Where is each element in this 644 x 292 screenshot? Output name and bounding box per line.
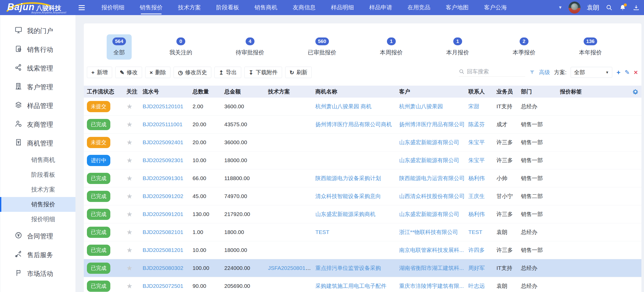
star-icon[interactable]: ★: [126, 282, 132, 290]
sidebar-subitem[interactable]: 销售商机: [0, 153, 75, 167]
serial-number-link[interactable]: BJD2025080302: [143, 265, 183, 271]
topmenu-item[interactable]: 样品明细: [331, 0, 354, 15]
stat-tab[interactable]: 560已审批报价: [302, 34, 342, 60]
serial-number-link[interactable]: BJD2025082101: [143, 229, 183, 235]
topmenu-item[interactable]: 销售报价: [140, 0, 163, 15]
customer-link[interactable]: 重庆市涪陵博宇建筑有限...: [399, 283, 464, 289]
serial-number-link[interactable]: BJD2025120101: [143, 103, 183, 109]
customer-link[interactable]: 山东盛宏新能源有限公司: [399, 211, 459, 217]
topmenu-item[interactable]: 样品申请: [369, 0, 392, 15]
sidebar-subitem[interactable]: 阶段看板: [0, 167, 75, 182]
stat-tab[interactable]: 1本周报价: [374, 34, 409, 60]
serial-number-link[interactable]: BJD2025091202: [143, 193, 183, 199]
topmenu-item[interactable]: 技术方案: [178, 0, 201, 15]
topmenu-item[interactable]: 友商信息: [293, 0, 316, 15]
table-row[interactable]: 已完成 ★ BJD2025081201 10.00 18000.00 南京电联管…: [84, 241, 641, 259]
customer-link[interactable]: 浙江**物联科技有限公司: [399, 229, 458, 235]
contact-link[interactable]: 周好军: [468, 265, 485, 271]
stat-tab[interactable]: 564全部: [107, 34, 132, 60]
table-row[interactable]: 已完成 ★ BJD2025091301 66.00 118800.00 陕西能源…: [84, 169, 641, 187]
topmenu-item[interactable]: 销售商机: [254, 0, 277, 15]
table-row[interactable]: 已完成 ★ BJD2025091202 45.00 74970.00 清众科技智…: [84, 187, 641, 205]
sidebar-item[interactable]: 友商管理: [0, 115, 75, 134]
stat-tab[interactable]: 136本年报价: [573, 34, 608, 60]
star-icon[interactable]: ★: [126, 228, 132, 236]
contact-link[interactable]: 叶志远: [468, 283, 485, 289]
serial-number-link[interactable]: BJD2025091301: [143, 175, 183, 181]
opportunity-link[interactable]: 陕西能源电力设备采购计划: [315, 175, 381, 181]
search-input[interactable]: [467, 68, 519, 75]
opportunity-link[interactable]: TEST: [315, 229, 329, 235]
sidebar-subitem[interactable]: 技术方案: [0, 182, 75, 197]
opportunity-link[interactable]: 山东盛宏新能源采购商机: [315, 211, 375, 217]
star-icon[interactable]: ★: [126, 264, 132, 272]
topmenu-item[interactable]: 客户公海: [484, 0, 507, 15]
opportunity-link[interactable]: 重点排污单位监管设备采购: [315, 265, 381, 271]
table-row[interactable]: 已完成 ★ BJD2025072501 90.00 205690.00 采购建筑…: [84, 277, 641, 292]
opportunity-link[interactable]: 杭州萧山八骏果园 商机: [315, 103, 372, 109]
contact-link[interactable]: 朱宝平: [468, 139, 485, 145]
customer-link[interactable]: 山西清众科技股份有限公司: [399, 193, 465, 199]
customer-link[interactable]: 扬州博洋医疗用品有限公司: [399, 121, 465, 127]
contact-link[interactable]: 杨利伟: [468, 175, 485, 181]
contact-link[interactable]: TEST: [468, 229, 482, 235]
toolbar-button[interactable]: ↥导出: [214, 67, 241, 78]
toolbar-button[interactable]: ↧下载附件: [244, 67, 282, 78]
user-avatar[interactable]: [569, 2, 581, 14]
stat-tab[interactable]: 1本月报价: [441, 34, 475, 60]
advanced-search-link[interactable]: 高级: [539, 69, 550, 76]
star-icon[interactable]: ★: [126, 192, 132, 200]
star-icon[interactable]: ★: [126, 210, 132, 218]
opportunity-link[interactable]: 扬州博洋医疗用品有限公司商机: [315, 121, 392, 127]
contact-link[interactable]: 王庆生: [468, 193, 485, 199]
sidebar-item[interactable]: 商机管理: [0, 134, 75, 153]
contact-link[interactable]: 陈孟芬: [468, 121, 485, 127]
toolbar-button[interactable]: ◷修改历史: [174, 67, 211, 78]
contact-link[interactable]: 朱宝平: [468, 157, 485, 163]
serial-number-link[interactable]: BJD2025072501: [143, 283, 183, 289]
sidebar-item[interactable]: 客户管理: [0, 78, 75, 96]
sidebar-subitem[interactable]: 销售报价: [0, 197, 75, 212]
toolbar-button[interactable]: ×删除: [145, 67, 170, 78]
download-icon[interactable]: [633, 4, 640, 11]
customer-link[interactable]: 陕西能源电力运营有限公司: [399, 175, 465, 181]
star-icon[interactable]: ★: [126, 103, 132, 110]
star-icon[interactable]: ★: [126, 246, 132, 254]
serial-number-link[interactable]: BJD2025081201: [143, 247, 183, 253]
toolbar-button[interactable]: +新增: [87, 67, 112, 78]
table-row[interactable]: 未提交 ★ BJD2025120101 2.00 3600.00 杭州萧山八骏果…: [84, 98, 641, 116]
table-row[interactable]: 未提交 ★ BJD2025092401 20.00 36000.00 山东盛宏新…: [84, 134, 641, 151]
serial-number-link[interactable]: BJD2025092301: [143, 157, 183, 163]
notification-bell-icon[interactable]: [619, 4, 626, 11]
opportunity-link[interactable]: 清众科技智能设备采购意向: [315, 193, 381, 199]
topmenu-item[interactable]: 客户地图: [446, 0, 469, 15]
add-scheme-button[interactable]: +: [616, 69, 620, 76]
contact-link[interactable]: 许四多: [468, 247, 485, 253]
sidebar-item[interactable]: 线索管理: [0, 59, 75, 78]
star-icon[interactable]: ★: [126, 138, 132, 146]
column-settings-gear-icon[interactable]: [632, 88, 639, 95]
stat-tab[interactable]: 0我关注的: [164, 34, 198, 60]
serial-number-link[interactable]: BJD2025091201: [143, 211, 183, 217]
table-row[interactable]: 已完成 ★ BJD2025111001 20.00 43575.00 扬州博洋医…: [84, 116, 641, 134]
customer-link[interactable]: 南京电联管家科技发展科...: [399, 247, 464, 253]
sidebar-subitem[interactable]: 报价明细: [0, 212, 75, 227]
scheme-select[interactable]: 全部 ▼: [571, 67, 612, 78]
customer-link[interactable]: 山东盛宏新能源有限公司: [399, 157, 459, 163]
sidebar-item[interactable]: 市场活动: [0, 264, 75, 283]
star-icon[interactable]: ★: [126, 174, 132, 182]
stat-tab[interactable]: 2本季报价: [507, 34, 541, 60]
topmenu-item[interactable]: 报价明细: [101, 0, 124, 15]
tech-plan-link[interactable]: JSFA20250801006: [268, 265, 312, 271]
star-icon[interactable]: ★: [126, 120, 132, 128]
menu-overflow-caret-icon[interactable]: ▼: [558, 5, 562, 10]
toolbar-button[interactable]: ↻刷新: [285, 67, 312, 78]
search-icon[interactable]: [605, 4, 613, 11]
contact-link[interactable]: 宋甜: [468, 103, 479, 109]
customer-link[interactable]: 湖南省衡阳市湖工建筑科...: [399, 265, 464, 271]
topmenu-item[interactable]: 阶段看板: [216, 0, 239, 15]
edit-scheme-button[interactable]: ✎: [625, 69, 630, 75]
stat-tab[interactable]: 4待审批报价: [230, 34, 270, 60]
delete-scheme-button[interactable]: ×: [634, 69, 638, 76]
table-row[interactable]: 已完成 ★ BJD2025091201 130.00 217920.00 山东盛…: [84, 205, 641, 223]
